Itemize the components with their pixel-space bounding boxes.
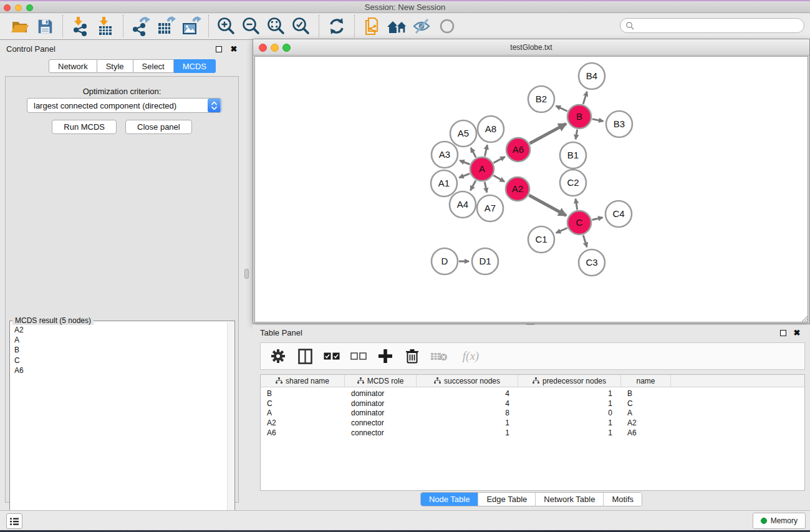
network-zoom-button[interactable] bbox=[282, 44, 291, 52]
vertical-splitter-handle[interactable] bbox=[244, 269, 249, 279]
column-header-predecessor-nodes[interactable]: predecessor nodes bbox=[518, 375, 621, 387]
tab-edge-table[interactable]: Edge Table bbox=[478, 493, 535, 506]
search-input[interactable] bbox=[635, 20, 804, 31]
graph-edge-B-B2[interactable] bbox=[556, 106, 567, 111]
network-window-titlebar[interactable]: testGlobe.txt bbox=[253, 39, 809, 56]
graph-node-A3[interactable]: A3 bbox=[432, 142, 458, 168]
zoom-fit-button[interactable] bbox=[264, 14, 289, 38]
mcds-result-item[interactable]: C bbox=[11, 355, 226, 365]
graph-edge-C-C3[interactable] bbox=[583, 235, 587, 247]
graph-edge-A6-B[interactable] bbox=[529, 123, 566, 143]
graph-edge-A2-C[interactable] bbox=[529, 195, 566, 215]
float-table-panel-button[interactable] bbox=[779, 329, 788, 337]
mcds-result-scrollbar[interactable] bbox=[227, 322, 234, 532]
graph-node-B2[interactable]: B2 bbox=[528, 86, 554, 112]
graph-node-A6[interactable]: A6 bbox=[506, 138, 530, 162]
graph-edge-B-B3[interactable] bbox=[592, 119, 604, 121]
graph-edge-A-A1[interactable] bbox=[459, 173, 470, 177]
float-panel-button[interactable] bbox=[215, 45, 223, 54]
graph-node-B1[interactable]: B1 bbox=[560, 142, 586, 168]
mcds-result-item[interactable]: B bbox=[11, 345, 226, 355]
create-column-button[interactable] bbox=[377, 347, 394, 365]
first-neighbors-button[interactable] bbox=[385, 14, 410, 38]
graph-node-A2[interactable]: A2 bbox=[506, 177, 529, 201]
run-mcds-button[interactable]: Run MCDS bbox=[52, 120, 117, 134]
graph-node-B[interactable]: B bbox=[567, 105, 591, 128]
mcds-result-item[interactable]: A bbox=[11, 335, 226, 345]
minimize-window-button[interactable] bbox=[15, 4, 22, 11]
tab-motifs[interactable]: Motifs bbox=[603, 493, 642, 506]
graph-edge-A-A3[interactable] bbox=[460, 160, 470, 164]
graph-node-C4[interactable]: C4 bbox=[605, 201, 632, 227]
new-network-from-selection-button[interactable] bbox=[360, 14, 385, 38]
zoom-window-button[interactable] bbox=[26, 4, 33, 11]
graph-node-A8[interactable]: A8 bbox=[478, 116, 504, 142]
tab-node-table[interactable]: Node Table bbox=[421, 493, 478, 506]
optimization-criterion-select[interactable]: largest connected component (directed) bbox=[27, 98, 222, 113]
close-table-panel-button[interactable]: ✖ bbox=[793, 329, 801, 337]
zoom-selected-button[interactable] bbox=[289, 14, 314, 38]
show-all-button[interactable] bbox=[435, 14, 460, 38]
search-box[interactable] bbox=[620, 18, 804, 33]
table-row[interactable]: A2connector11A2 bbox=[261, 418, 804, 428]
graph-node-B3[interactable]: B3 bbox=[606, 111, 632, 137]
table-row[interactable]: Cdominator41C bbox=[261, 399, 804, 409]
delete-table-button[interactable] bbox=[430, 347, 448, 365]
network-canvas[interactable]: B4B2BB3A8A5A6A3B1AA1C2A2A4A7C4CC1C3DD1 bbox=[254, 56, 808, 322]
select-all-columns-button[interactable] bbox=[323, 347, 340, 365]
graph-node-A5[interactable]: A5 bbox=[450, 120, 476, 147]
function-builder-button[interactable]: f(x) bbox=[457, 347, 485, 365]
table-row[interactable]: A6connector11A6 bbox=[261, 428, 804, 438]
graph-edge-A-A2[interactable] bbox=[493, 175, 504, 181]
export-network-button[interactable] bbox=[128, 14, 153, 38]
column-header-name[interactable]: name bbox=[621, 375, 671, 387]
graph-node-D1[interactable]: D1 bbox=[472, 248, 498, 274]
zoom-out-button[interactable] bbox=[239, 14, 264, 38]
table-row[interactable]: Bdominator41B bbox=[261, 389, 804, 399]
graph-node-A[interactable]: A bbox=[470, 157, 494, 181]
hide-selected-button[interactable] bbox=[410, 14, 435, 38]
close-panel-button[interactable]: ✖ bbox=[229, 45, 238, 54]
table-row[interactable]: Adominator80A bbox=[261, 408, 804, 418]
deselect-all-columns-button[interactable] bbox=[350, 347, 367, 365]
graph-node-A1[interactable]: A1 bbox=[431, 170, 457, 196]
memory-button[interactable]: Memory bbox=[753, 513, 806, 529]
column-header-shared-name[interactable]: shared name bbox=[261, 375, 345, 387]
close-window-button[interactable] bbox=[4, 4, 11, 11]
graph-node-C2[interactable]: C2 bbox=[560, 170, 586, 196]
network-minimize-button[interactable] bbox=[271, 44, 279, 52]
tab-select[interactable]: Select bbox=[133, 59, 174, 73]
graph-edge-A-A4[interactable] bbox=[470, 180, 476, 190]
column-header-mcds-role[interactable]: MCDS role bbox=[345, 375, 417, 387]
zoom-in-button[interactable] bbox=[214, 14, 239, 38]
table-settings-button[interactable] bbox=[269, 347, 287, 365]
graph-edge-C-C4[interactable] bbox=[592, 218, 602, 220]
graph-node-D[interactable]: D bbox=[432, 248, 458, 274]
graph-edge-B-B1[interactable] bbox=[576, 130, 577, 140]
show-column-button[interactable] bbox=[296, 347, 314, 365]
task-history-button[interactable] bbox=[6, 513, 22, 529]
graph-node-C3[interactable]: C3 bbox=[579, 249, 605, 276]
mcds-result-item[interactable]: A2 bbox=[11, 325, 226, 335]
network-close-button[interactable] bbox=[259, 44, 267, 52]
mcds-result-item[interactable]: A6 bbox=[11, 365, 226, 375]
export-table-button[interactable] bbox=[153, 14, 178, 38]
tab-mcds[interactable]: MCDS bbox=[174, 59, 216, 73]
column-header-successor-nodes[interactable]: successor nodes bbox=[417, 375, 518, 387]
graph-node-B4[interactable]: B4 bbox=[579, 63, 605, 89]
graph-edge-C-C2[interactable] bbox=[576, 199, 577, 210]
graph-edge-A-A8[interactable] bbox=[485, 145, 487, 156]
graph-node-A7[interactable]: A7 bbox=[477, 195, 503, 221]
tab-style[interactable]: Style bbox=[97, 59, 133, 73]
export-image-button[interactable] bbox=[178, 14, 203, 38]
graph-node-A4[interactable]: A4 bbox=[450, 191, 476, 218]
resize-grip-icon[interactable] bbox=[801, 314, 809, 322]
window-titlebar[interactable]: Session: New Session bbox=[0, 1, 810, 13]
mcds-result-list[interactable]: A2ABCA6 bbox=[11, 325, 226, 532]
import-network-button[interactable] bbox=[68, 14, 93, 38]
import-table-button[interactable] bbox=[93, 14, 118, 38]
delete-columns-button[interactable] bbox=[403, 347, 421, 365]
graph-edge-B-B4[interactable] bbox=[583, 92, 587, 104]
graph-node-C[interactable]: C bbox=[567, 211, 591, 235]
save-session-button[interactable] bbox=[32, 14, 57, 38]
